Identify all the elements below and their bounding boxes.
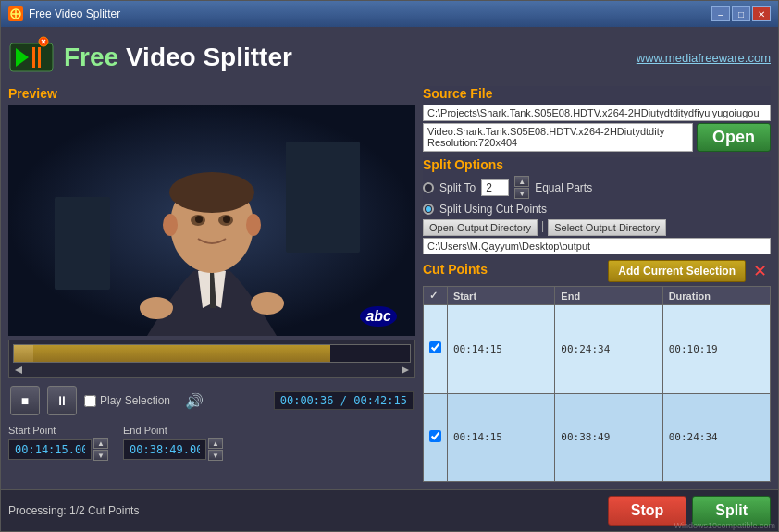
add-selection-button[interactable]: Add Current Selection: [608, 260, 746, 282]
minimize-button[interactable]: –: [711, 6, 730, 21]
open-button[interactable]: Open: [697, 123, 771, 152]
split-to-down[interactable]: ▼: [514, 188, 529, 199]
split-to-row: Split To ▲ ▼ Equal Parts: [423, 176, 771, 199]
svg-rect-12: [286, 142, 360, 253]
window-title: Free Video Splitter: [29, 7, 120, 20]
time-current: 00:00:36: [280, 394, 334, 407]
left-panel: Preview: [8, 86, 415, 482]
website-link[interactable]: www.mediafreeware.com: [637, 51, 771, 65]
output-dir-row: Open Output Directory | Select Output Di…: [423, 219, 771, 236]
col-check: ✓: [424, 287, 448, 305]
start-point-spinners: ▲ ▼: [93, 438, 108, 461]
app-icon: [8, 6, 23, 21]
select-output-dir-button[interactable]: Select Output Directory: [548, 219, 666, 236]
table-row: 00:14:15 00:38:49 00:24:34: [424, 393, 771, 482]
end-point-label: End Point: [123, 425, 223, 436]
start-point-input[interactable]: [8, 439, 92, 460]
start-point-up[interactable]: ▲: [93, 438, 108, 449]
play-selection-checkbox[interactable]: [84, 395, 96, 407]
watermark: Windows10compatible.com: [674, 521, 775, 530]
abc-logo: abc: [360, 306, 397, 327]
equal-parts-label: Equal Parts: [535, 181, 592, 194]
title-bar-left: Free Video Splitter: [8, 6, 120, 21]
col-start: Start: [448, 287, 555, 305]
start-point-down[interactable]: ▼: [93, 450, 108, 461]
table-header-row: ✓ Start End Duration: [424, 287, 771, 305]
row-duration-1: 00:24:34: [662, 393, 770, 482]
source-info-line1: Video:Shark.Tank.S05E08.HDTV.x264-2HDiut…: [427, 126, 688, 137]
timeline-bar[interactable]: [13, 344, 411, 363]
cut-points-section: Cut Points Add Current Selection ✕ ✓ Sta…: [423, 260, 771, 482]
timeline-area: [8, 340, 415, 378]
end-point-input-row: ▲ ▼: [123, 438, 223, 461]
source-title: Source File: [423, 86, 771, 101]
row-check-0[interactable]: [424, 305, 448, 394]
timeline-markers: [13, 366, 411, 374]
col-duration: Duration: [662, 287, 770, 305]
svg-rect-5: [32, 47, 35, 68]
end-point-spinners: ▲ ▼: [208, 438, 223, 461]
app-logo: [8, 34, 55, 80]
svg-point-18: [246, 214, 261, 236]
app-name-text: Free Video Splitter: [64, 43, 292, 72]
row-end-0: 00:24:34: [555, 305, 662, 394]
top-bar: Free Video Splitter www.mediafreeware.co…: [8, 34, 771, 80]
split-options-title: Split Options: [423, 157, 771, 172]
video-area: abc: [8, 105, 415, 336]
split-to-radio[interactable]: [423, 182, 434, 193]
svg-rect-6: [38, 47, 41, 68]
svg-point-23: [140, 297, 173, 319]
svg-point-16: [169, 172, 254, 213]
output-path: C:\Users\M.Qayyum\Desktop\output: [423, 238, 771, 254]
svg-point-21: [195, 216, 203, 223]
svg-point-24: [251, 292, 284, 315]
split-using-label: Split Using Cut Points: [439, 203, 547, 216]
main-content: Free Video Splitter www.mediafreeware.co…: [1, 27, 778, 489]
split-to-input[interactable]: [481, 179, 509, 196]
app-title: Free Video Splitter: [8, 34, 292, 80]
source-section: Source File C:\Projects\Shark.Tank.S05E0…: [423, 86, 771, 152]
source-row: Video:Shark.Tank.S05E08.HDTV.x264-2HDiut…: [423, 123, 771, 152]
time-total: 00:42:15: [353, 394, 407, 407]
processing-text: Processing: 1/2 Cut Points: [8, 504, 139, 517]
close-button[interactable]: ✕: [752, 6, 771, 21]
split-using-radio[interactable]: [423, 204, 434, 215]
row-end-1: 00:38:49: [555, 393, 662, 482]
split-to-up[interactable]: ▲: [514, 176, 529, 187]
video-placeholder: abc: [8, 105, 415, 336]
right-marker[interactable]: [402, 366, 409, 374]
source-path: C:\Projects\Shark.Tank.S05E08.HDTV.x264-…: [423, 105, 771, 121]
play-selection-label: Play Selection: [100, 394, 170, 407]
app-name-rest: Video Splitter: [118, 43, 292, 71]
svg-point-17: [163, 214, 178, 236]
delete-button[interactable]: ✕: [749, 261, 771, 281]
row-start-1: 00:14:15: [448, 393, 555, 482]
maximize-button[interactable]: □: [732, 6, 750, 21]
pause-button[interactable]: ⏸: [47, 386, 77, 415]
split-to-label: Split To: [439, 181, 476, 194]
end-point-input[interactable]: [123, 439, 206, 460]
left-marker[interactable]: [15, 366, 22, 374]
split-options: Split Options Split To ▲ ▼ Equal Parts: [423, 157, 771, 254]
row-check-1[interactable]: [424, 393, 448, 482]
cut-points-title: Cut Points: [423, 262, 488, 277]
bottom-bar: Processing: 1/2 Cut Points Stop Split Wi…: [1, 489, 778, 531]
app-name-free: Free: [64, 43, 118, 71]
right-panel: Source File C:\Projects\Shark.Tank.S05E0…: [423, 86, 771, 482]
main-area: Preview: [8, 86, 771, 482]
cut-points-header: Cut Points Add Current Selection ✕: [423, 260, 771, 282]
controls-row: ■ ⏸ Play Selection 🔊 00:00:36 / 00:42:15: [8, 382, 415, 419]
source-info-box: Video:Shark.Tank.S05E08.HDTV.x264-2HDiut…: [423, 123, 693, 152]
volume-icon[interactable]: 🔊: [185, 392, 204, 410]
end-point-down[interactable]: ▼: [208, 450, 223, 461]
points-row: Start Point ▲ ▼ End Point: [8, 423, 415, 463]
open-output-dir-button[interactable]: Open Output Directory: [423, 219, 538, 236]
stop-button[interactable]: ■: [10, 386, 40, 415]
timeline-filled: [33, 345, 330, 362]
split-to-spinners: ▲ ▼: [514, 176, 529, 199]
title-bar: Free Video Splitter – □ ✕: [1, 1, 778, 27]
start-point-group: Start Point ▲ ▼: [8, 425, 108, 461]
end-point-up[interactable]: ▲: [208, 438, 223, 449]
app-window: Free Video Splitter – □ ✕: [0, 0, 779, 532]
start-point-input-row: ▲ ▼: [8, 438, 108, 461]
